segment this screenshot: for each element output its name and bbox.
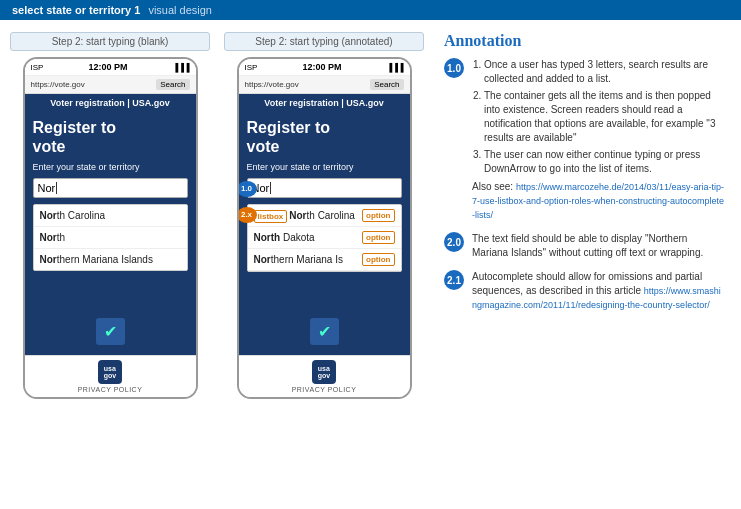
annotation-panel: Annotation 1.0 Once a user has typed 3 l… bbox=[438, 32, 731, 491]
phone2-label: Step 2: start typing (annotated) bbox=[224, 32, 424, 51]
phone1-results-list: North Carolina North Northern Mariana Is… bbox=[33, 204, 188, 271]
phone1-input-value: Nor bbox=[38, 182, 56, 194]
phone1-usa-logo: usagov bbox=[98, 360, 122, 384]
phone1-section: Step 2: start typing (blank) ISP 12:00 P… bbox=[10, 32, 210, 491]
annotation-badge-3: 2.1 bbox=[444, 270, 464, 290]
option-label-3: option bbox=[362, 253, 394, 266]
phone2-site-header: Voter registration | USA.gov bbox=[239, 94, 410, 112]
phone2-search-button[interactable]: Search bbox=[370, 79, 403, 90]
phone1-status-bar: ISP 12:00 PM ▐▐▐ bbox=[25, 59, 196, 76]
page-subtitle: visual design bbox=[148, 4, 212, 16]
phone2-cursor bbox=[270, 182, 271, 194]
phone2-bottom: usagov PRIVACY POLICY bbox=[239, 355, 410, 397]
annotation-badge-1: 1.0 bbox=[444, 58, 464, 78]
top-bar: select state or territory 1 visual desig… bbox=[0, 0, 741, 20]
phone2-hero: Register tovote bbox=[247, 118, 402, 156]
phone1-bottom: usagov PRIVACY POLICY bbox=[25, 355, 196, 397]
phone1-battery: ▐▐▐ bbox=[172, 63, 189, 72]
annotation-item-1: 1.0 Once a user has typed 3 letters, sea… bbox=[444, 58, 725, 222]
phone1-url: https://vote.gov bbox=[31, 80, 157, 89]
phone2-url-bar: https://vote.gov Search bbox=[239, 76, 410, 94]
annotation-item-3: 2.1 Autocomplete should allow for omissi… bbox=[444, 270, 725, 312]
phone1-site-header: Voter registration | USA.gov bbox=[25, 94, 196, 112]
option-label-1: option bbox=[362, 209, 394, 222]
phone1-url-bar: https://vote.gov Search bbox=[25, 76, 196, 94]
listbox-label: listbox bbox=[254, 210, 288, 223]
phone2-section: Step 2: start typing (annotated) ISP 12:… bbox=[224, 32, 424, 491]
phone2-url: https://vote.gov bbox=[245, 80, 371, 89]
annotation-content-3: Autocomplete should allow for omissions … bbox=[472, 270, 725, 312]
page-title: select state or territory 1 bbox=[12, 4, 140, 16]
phone1-footer: ✔ bbox=[25, 312, 196, 355]
list-item[interactable]: Northern Mariana Islands bbox=[34, 249, 187, 270]
list-item[interactable]: listboxNorth Carolina option bbox=[248, 205, 401, 227]
list-item[interactable]: Northern Mariana Is option bbox=[248, 249, 401, 271]
phone1-label: Step 2: start typing (blank) bbox=[10, 32, 210, 51]
phone1: ISP 12:00 PM ▐▐▐ https://vote.gov Search… bbox=[23, 57, 198, 399]
phone2-status-bar: ISP 12:00 PM ▐▐▐ bbox=[239, 59, 410, 76]
list-item[interactable]: North Dakota option bbox=[248, 227, 401, 249]
annotation-link-prefix: Also see: bbox=[472, 181, 516, 192]
phone1-time: 12:00 PM bbox=[88, 62, 127, 72]
main-content: Step 2: start typing (blank) ISP 12:00 P… bbox=[0, 20, 741, 503]
phone2-badge-2x: 2.x bbox=[237, 207, 257, 223]
phone1-hero: Register tovote bbox=[33, 118, 188, 156]
phone2: ISP 12:00 PM ▐▐▐ https://vote.gov Search… bbox=[237, 57, 412, 399]
annotation-content-2: The text field should be able to display… bbox=[472, 232, 725, 260]
annotation-item-2: 2.0 The text field should be able to dis… bbox=[444, 232, 725, 260]
checkmark-icon-2: ✔ bbox=[318, 323, 331, 340]
phone2-battery: ▐▐▐ bbox=[386, 63, 403, 72]
list-item[interactable]: North Carolina bbox=[34, 205, 187, 227]
list-item[interactable]: North bbox=[34, 227, 187, 249]
phone1-search-button[interactable]: Search bbox=[156, 79, 189, 90]
annotation-badge-2: 2.0 bbox=[444, 232, 464, 252]
checkmark-icon: ✔ bbox=[104, 323, 117, 340]
phone2-results-list: listboxNorth Carolina option North Dakot… bbox=[247, 204, 402, 272]
annotation-content-1: Once a user has typed 3 letters, search … bbox=[472, 58, 725, 222]
phone2-privacy[interactable]: PRIVACY POLICY bbox=[292, 386, 357, 393]
phone2-usa-logo: usagov bbox=[312, 360, 336, 384]
phone2-footer: ✔ bbox=[239, 312, 410, 355]
phone1-cursor bbox=[56, 182, 57, 194]
option-label-2: option bbox=[362, 231, 394, 244]
phone1-checkbox-area: ✔ bbox=[96, 318, 125, 345]
phone2-body: Register tovote Enter your state or terr… bbox=[239, 112, 410, 312]
phone2-instruction: Enter your state or territory bbox=[247, 162, 402, 172]
phone1-signal: ISP bbox=[31, 63, 44, 72]
phone1-instruction: Enter your state or territory bbox=[33, 162, 188, 172]
phone2-time: 12:00 PM bbox=[302, 62, 341, 72]
phone1-body: Register tovote Enter your state or terr… bbox=[25, 112, 196, 312]
annotation-link-2: https://www.smashingmagazine.com/2011/11… bbox=[472, 286, 721, 310]
phone2-signal: ISP bbox=[245, 63, 258, 72]
phone2-input[interactable]: Nor bbox=[247, 178, 402, 198]
phone2-badge-1: 1.0 bbox=[237, 181, 257, 197]
annotation-title: Annotation bbox=[444, 32, 725, 50]
phone1-input[interactable]: Nor bbox=[33, 178, 188, 198]
phone1-privacy[interactable]: PRIVACY POLICY bbox=[78, 386, 143, 393]
phone2-checkbox-area: ✔ bbox=[310, 318, 339, 345]
